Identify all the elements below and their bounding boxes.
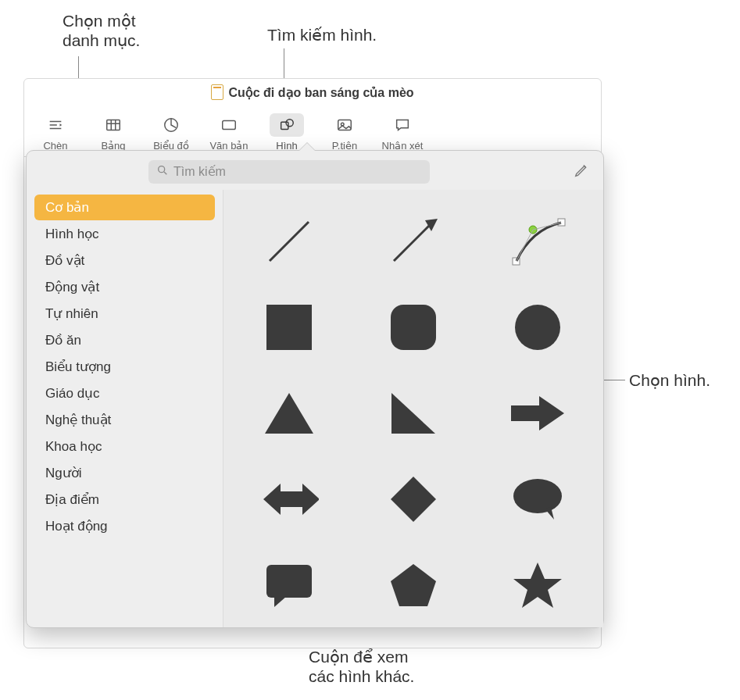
shape-circle[interactable] [508,298,567,357]
svg-marker-29 [513,562,562,608]
category-item[interactable]: Hoạt động [34,513,215,539]
comment-button[interactable]: Nhận xét [377,113,427,153]
shape-pentagon[interactable] [384,556,442,615]
svg-marker-19 [265,393,313,434]
document-icon [211,84,223,100]
category-item[interactable]: Tự nhiên [34,301,215,327]
svg-marker-28 [391,564,436,606]
shape-callout-rect[interactable] [260,556,319,615]
media-button[interactable]: P.tiện [320,113,370,153]
shape-icon [276,116,298,134]
insert-button[interactable]: Chèn [30,113,80,153]
shape-arrow-right[interactable] [508,384,567,443]
svg-rect-0 [107,120,120,130]
search-icon [156,164,169,180]
category-item[interactable]: Động vật [34,274,215,300]
search-row [27,151,603,190]
svg-marker-27 [274,596,287,607]
category-item[interactable]: Biểu tượng [34,354,215,380]
category-item[interactable]: Cơ bản [34,195,215,220]
svg-point-18 [515,305,560,350]
svg-line-9 [394,226,429,261]
shape-speech-bubble[interactable] [508,470,567,529]
svg-rect-16 [266,305,312,350]
category-item[interactable]: Địa điểm [34,487,215,512]
shape-rounded-square[interactable] [384,298,442,357]
search-input[interactable] [173,165,422,179]
svg-rect-5 [338,120,352,130]
svg-point-4 [286,120,293,127]
callout-choose: Chọn hình. [629,370,710,390]
svg-rect-2 [223,121,236,130]
shape-diamond[interactable] [384,470,442,529]
shape-arrow-line[interactable] [384,212,442,271]
category-item[interactable]: Đồ ăn [34,327,215,353]
svg-marker-22 [263,484,319,515]
shape-line[interactable] [260,212,319,271]
shape-curve[interactable] [508,212,567,271]
category-item[interactable]: Hình học [34,221,215,247]
table-icon [102,116,124,134]
callout-category: Chọn một danh mục. [63,11,140,50]
shapes-grid[interactable] [223,190,603,627]
callout-scroll: Cuộn để xem các hình khác. [309,647,414,686]
draw-icon[interactable] [574,162,591,183]
category-list[interactable]: Cơ bảnHình họcĐồ vậtĐộng vậtTự nhiênĐồ ă… [27,190,223,627]
shape-arrow-leftright[interactable] [260,470,319,529]
category-item[interactable]: Người [34,460,215,486]
insert-icon [45,116,66,134]
comment-icon [391,116,413,134]
svg-line-8 [270,222,309,261]
shape-right-triangle[interactable] [384,384,442,443]
chart-button[interactable]: Biểu đồ [146,113,196,153]
category-item[interactable]: Giáo dục [34,380,215,406]
text-icon [218,116,240,134]
svg-rect-17 [391,305,436,350]
search-box[interactable] [148,160,430,184]
svg-marker-23 [391,477,436,522]
category-item[interactable]: Khoa học [34,434,215,459]
svg-line-14 [517,230,533,261]
svg-point-24 [513,479,562,513]
chart-icon [160,116,182,134]
svg-rect-26 [266,565,312,598]
panel-body: Cơ bảnHình họcĐồ vậtĐộng vậtTự nhiênĐồ ă… [27,190,603,627]
svg-marker-20 [391,393,435,434]
media-icon [334,116,356,134]
callout-search: Tìm kiếm hình. [267,25,377,45]
document-title: Cuộc đi dạo ban sáng của mèo [228,85,413,100]
category-item[interactable]: Đồ vật [34,248,215,273]
table-button[interactable]: Bảng [88,113,138,153]
svg-point-7 [159,166,165,173]
category-item[interactable]: Nghệ thuật [34,407,215,433]
svg-marker-21 [511,396,564,430]
shapes-popover: Cơ bảnHình họcĐồ vậtĐộng vậtTự nhiênĐồ ă… [26,150,604,628]
text-button[interactable]: Văn bản [204,113,254,153]
shape-triangle[interactable] [260,384,319,443]
window-titlebar: Cuộc đi dạo ban sáng của mèo [24,79,601,105]
shape-square[interactable] [260,298,319,357]
shape-star[interactable] [508,556,567,615]
